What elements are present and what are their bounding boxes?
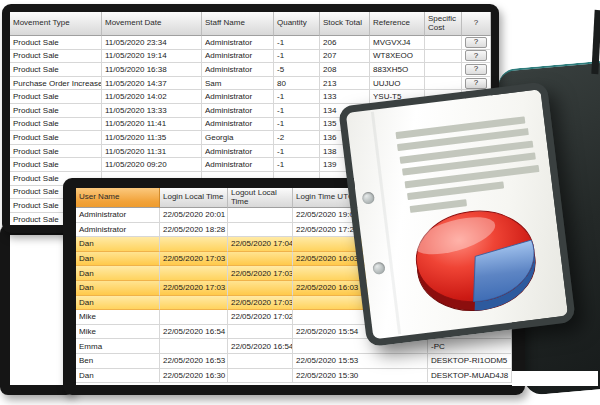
table-cell[interactable] — [160, 266, 228, 281]
table-cell[interactable]: Administrator — [202, 63, 274, 77]
table-cell[interactable] — [425, 36, 462, 50]
table-cell[interactable]: 213 — [320, 77, 370, 91]
table-cell[interactable]: Administrator — [76, 208, 160, 223]
table-cell[interactable]: 133 — [320, 90, 370, 104]
header-cell[interactable]: Quantity — [274, 12, 320, 36]
table-cell[interactable]: 11/05/2020 09:20 — [102, 158, 202, 172]
header-cell[interactable]: ? — [462, 12, 491, 36]
table-cell[interactable]: Product Sale — [10, 158, 102, 172]
table-cell[interactable]: -1 — [274, 118, 320, 132]
table-cell[interactable]: Product Sale — [10, 90, 102, 104]
table-cell[interactable] — [160, 237, 228, 252]
table-cell[interactable]: Administrator — [202, 90, 274, 104]
table-cell[interactable]: Product Sale — [10, 50, 102, 64]
table-cell[interactable] — [425, 63, 462, 77]
table-cell[interactable]: 22/05/2020 17:02 — [228, 310, 293, 325]
table-cell[interactable]: Mike — [76, 310, 160, 325]
header-cell[interactable]: Staff Name — [202, 12, 274, 36]
table-cell[interactable]: 206 — [320, 36, 370, 50]
table-cell[interactable]: Administrator — [202, 104, 274, 118]
table-cell[interactable]: 11/05/2020 14:02 — [102, 90, 202, 104]
help-button[interactable]: ? — [465, 37, 487, 48]
table-cell[interactable]: DESKTOP-MUAD4J8 — [428, 369, 512, 384]
table-cell[interactable]: Emma — [76, 339, 160, 354]
table-cell[interactable]: 22/05/2020 15:53 — [293, 354, 428, 369]
table-cell[interactable]: 22/05/2020 20:01 — [160, 208, 228, 223]
table-cell[interactable] — [228, 369, 293, 384]
table-cell[interactable]: 207 — [320, 50, 370, 64]
table-cell[interactable]: Dan — [76, 252, 160, 267]
table-cell[interactable]: 22/05/2020 16:54 — [228, 339, 293, 354]
table-cell[interactable]: Administrator — [202, 118, 274, 132]
table-cell[interactable]: 208 — [320, 63, 370, 77]
table-cell[interactable] — [160, 310, 228, 325]
table-cell[interactable]: 22/05/2020 16:53 — [160, 354, 228, 369]
table-cell[interactable] — [228, 354, 293, 369]
table-cell[interactable]: Administrator — [202, 50, 274, 64]
table-cell[interactable]: 11/05/2020 23:34 — [102, 36, 202, 50]
table-cell[interactable]: Administrator — [202, 145, 274, 159]
header-cell[interactable]: User Name — [76, 188, 160, 208]
table-cell[interactable]: -1 — [274, 90, 320, 104]
table-cell[interactable]: 22/05/2020 17:03 — [228, 296, 293, 311]
header-cell[interactable]: Logout Local Time — [228, 188, 293, 208]
table-cell[interactable] — [160, 296, 228, 311]
table-cell[interactable] — [425, 77, 462, 91]
table-cell[interactable]: 11/05/2020 14:37 — [102, 77, 202, 91]
table-cell[interactable]: 883XH5O — [370, 63, 425, 77]
table-cell[interactable]: -1 — [274, 145, 320, 159]
table-cell[interactable] — [160, 339, 228, 354]
table-cell[interactable]: 22/05/2020 17:03 — [228, 266, 293, 281]
table-cell[interactable]: Dan — [76, 266, 160, 281]
table-cell[interactable]: Dan — [76, 281, 160, 296]
table-cell[interactable] — [228, 252, 293, 267]
table-cell[interactable]: Dan — [76, 296, 160, 311]
header-cell[interactable]: Stock Total — [320, 12, 370, 36]
table-cell[interactable]: -1 — [274, 50, 320, 64]
table-cell[interactable]: 11/05/2020 19:14 — [102, 50, 202, 64]
table-cell[interactable]: Dan — [76, 369, 160, 384]
table-cell[interactable]: Georgia — [202, 131, 274, 145]
table-cell[interactable] — [425, 50, 462, 64]
table-cell[interactable] — [228, 223, 293, 238]
table-cell[interactable]: Dan — [76, 237, 160, 252]
table-cell[interactable]: -5 — [274, 63, 320, 77]
header-cell[interactable]: Movement Date — [102, 12, 202, 36]
table-cell[interactable]: Administrator — [202, 158, 274, 172]
table-cell[interactable]: -1 — [274, 158, 320, 172]
table-cell[interactable] — [228, 325, 293, 340]
table-cell[interactable]: 22/05/2020 17:03 — [160, 252, 228, 267]
table-cell[interactable] — [228, 281, 293, 296]
table-cell[interactable]: 22/05/2020 17:03 — [160, 281, 228, 296]
table-cell[interactable]: Administrator — [202, 36, 274, 50]
table-cell[interactable]: DESKTOP-RI1ODM5 — [428, 354, 512, 369]
table-cell[interactable]: Product Sale — [10, 63, 102, 77]
table-cell[interactable]: 80 — [274, 77, 320, 91]
table-cell[interactable]: -2 — [274, 131, 320, 145]
table-cell[interactable]: MVGVXJ4 — [370, 36, 425, 50]
table-cell[interactable]: 22/05/2020 18:28 — [160, 223, 228, 238]
header-cell[interactable]: Reference — [370, 12, 425, 36]
table-cell[interactable]: -1 — [274, 36, 320, 50]
table-cell[interactable]: 11/05/2020 11:41 — [102, 118, 202, 132]
table-cell[interactable]: Product Sale — [10, 118, 102, 132]
table-cell[interactable]: Mike — [76, 325, 160, 340]
table-cell[interactable]: 22/05/2020 16:30 — [160, 369, 228, 384]
table-cell[interactable]: 11/05/2020 11:31 — [102, 145, 202, 159]
table-cell[interactable]: WT8XEOO — [370, 50, 425, 64]
table-cell[interactable]: UUJUO — [370, 77, 425, 91]
header-cell[interactable]: Specific Cost — [425, 12, 462, 36]
table-cell[interactable]: -1 — [274, 104, 320, 118]
table-cell[interactable]: 11/05/2020 16:38 — [102, 63, 202, 77]
help-button[interactable]: ? — [465, 64, 487, 75]
table-cell[interactable]: Administrator — [76, 223, 160, 238]
table-cell[interactable]: Sam — [202, 77, 274, 91]
table-cell[interactable]: Ben — [76, 354, 160, 369]
table-cell[interactable]: 11/05/2020 11:35 — [102, 131, 202, 145]
table-cell[interactable]: 22/05/2020 15:30 — [293, 369, 428, 384]
table-cell[interactable]: Product Sale — [10, 145, 102, 159]
table-cell[interactable]: 22/05/2020 17:04 — [228, 237, 293, 252]
table-cell[interactable]: Product Sale — [10, 104, 102, 118]
header-cell[interactable]: Login Local Time — [160, 188, 228, 208]
table-cell[interactable]: Product Sale — [10, 131, 102, 145]
